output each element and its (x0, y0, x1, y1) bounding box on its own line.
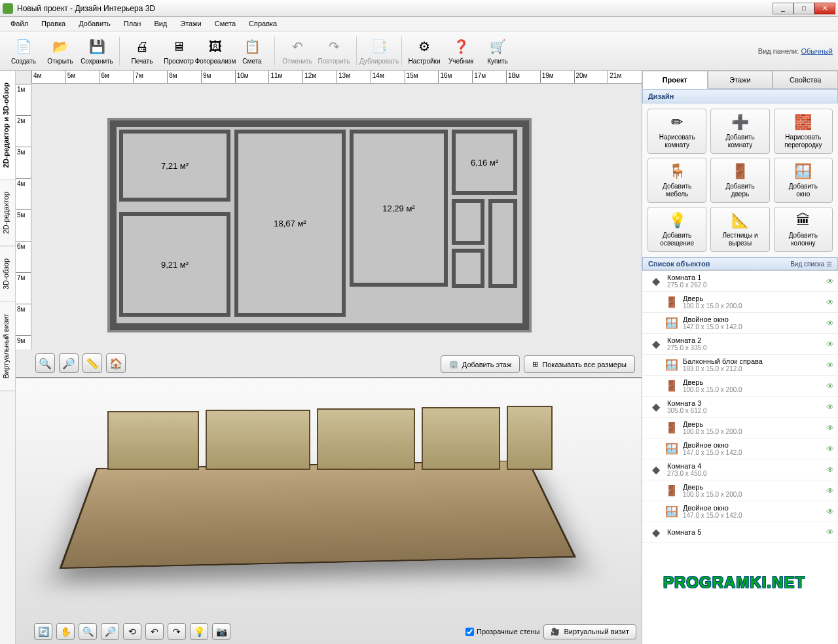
room-small-3[interactable] (488, 199, 517, 288)
visibility-eye-icon[interactable]: 👁 (826, 277, 834, 286)
floorplan[interactable]: 7,21 м² 18,67 м² 12,29 м² 6,16 м² 9,21 м… (110, 120, 529, 330)
reset-3d-button[interactable]: ⟲ (123, 623, 141, 640)
plan-canvas[interactable]: 7,21 м² 18,67 м² 12,29 м² 6,16 м² 9,21 м… (31, 84, 642, 349)
object-item[interactable]: ◆Комната 5👁 (642, 522, 838, 543)
show-all-dims-button[interactable]: ⊞Показывать все размеры (524, 355, 635, 373)
zoom-in-button[interactable]: 🔎 (59, 353, 79, 373)
visibility-eye-icon[interactable]: 👁 (826, 319, 834, 328)
menu-справка[interactable]: Справка (242, 17, 283, 31)
ruler-vertical: 1м2м3м4м5м6м7м8м9м (16, 84, 31, 349)
object-item[interactable]: 🪟Двойное окно147.0 x 15.0 x 142.0👁 (642, 438, 838, 459)
visibility-eye-icon[interactable]: 👁 (826, 298, 834, 307)
menu-файл[interactable]: Файл (4, 17, 35, 31)
visibility-eye-icon[interactable]: 👁 (826, 486, 834, 495)
visibility-eye-icon[interactable]: 👁 (826, 507, 834, 516)
room-5[interactable]: 9,21 м² (119, 212, 230, 317)
room-small-2[interactable] (452, 249, 484, 288)
add-floor-button[interactable]: 🏢Добавить этаж (441, 355, 520, 373)
object-item[interactable]: ◆Комната 3305.0 x 612.0👁 (642, 397, 838, 418)
panel-tab-проект[interactable]: Проект (642, 71, 708, 89)
design-btn[interactable]: 🪑Добавитьмебель (647, 158, 706, 203)
visibility-eye-icon[interactable]: 👁 (826, 361, 834, 370)
design-btn[interactable]: 🚪Добавитьдверь (710, 158, 769, 203)
toolbar-смета[interactable]: 📋Смета (234, 35, 270, 66)
menu-план[interactable]: План (117, 17, 148, 31)
view-tab[interactable]: Виртуальный визит (0, 302, 15, 391)
panel-tab-свойства[interactable]: Свойства (773, 71, 838, 89)
design-btn[interactable]: 🪟Добавитьокно (774, 158, 833, 203)
panel-mode-link[interactable]: Обычный (801, 47, 833, 55)
menu-смета[interactable]: Смета (208, 17, 242, 31)
toolbar-отменить[interactable]: ↶Отменить (279, 35, 316, 66)
rotate-right-button[interactable]: ↷ (168, 623, 186, 640)
toolbar-печать[interactable]: 🖨Печать (124, 35, 160, 66)
menu-добавить[interactable]: Добавить (72, 17, 117, 31)
design-btn[interactable]: 💡Добавитьосвещение (647, 207, 706, 252)
watermark: PROGRAMKI.NET (663, 573, 805, 592)
toolbar-создать[interactable]: 📄Создать (5, 35, 42, 66)
object-item[interactable]: ◆Комната 2275.0 x 335.0👁 (642, 334, 838, 355)
visibility-eye-icon[interactable]: 👁 (826, 465, 834, 474)
menu-этажи[interactable]: Этажи (173, 17, 208, 31)
view-tab[interactable]: 3D-обзор (0, 247, 15, 302)
snapshot-button[interactable]: 📷 (212, 623, 230, 640)
room-small-1[interactable] (452, 199, 484, 245)
object-item[interactable]: 🪟Балконный блок справа183.0 x 15.0 x 212… (642, 355, 838, 376)
plan-2d-view[interactable]: 4м5м6м7м8м9м10м11м12м13м14м15м16м17м18м1… (16, 71, 642, 378)
menu-правка[interactable]: Правка (35, 17, 72, 31)
zoom-in-3d-button[interactable]: 🔎 (101, 623, 119, 640)
pan-button[interactable]: ✋ (56, 623, 75, 640)
measure-button[interactable]: 📏 (82, 353, 102, 373)
menu-вид[interactable]: Вид (147, 17, 173, 31)
toolbar-просмотр[interactable]: 🖥Просмотр (160, 35, 197, 66)
room-2[interactable]: 18,67 м² (234, 130, 346, 317)
design-btn[interactable]: 🏛Добавитьколонну (774, 207, 833, 252)
toolbar-настройки[interactable]: ⚙Настройки (406, 35, 443, 66)
room-3[interactable]: 12,29 м² (350, 130, 448, 287)
visibility-eye-icon[interactable]: 👁 (826, 423, 834, 433)
home-button[interactable]: 🏠 (106, 353, 126, 373)
visibility-eye-icon[interactable]: 👁 (826, 402, 834, 412)
view-tab[interactable]: 2D-редактор и 3D-обзор (0, 71, 15, 180)
design-btn[interactable]: 🧱Нарисоватьперегородку (774, 109, 833, 154)
close-button[interactable]: ✕ (814, 3, 835, 14)
zoom-out-button[interactable]: 🔍 (35, 353, 55, 373)
object-item[interactable]: 🚪Дверь100.0 x 15.0 x 200.0👁 (642, 480, 838, 501)
design-btn[interactable]: 📐Лестницы ивырезы (710, 207, 769, 252)
visibility-eye-icon[interactable]: 👁 (826, 528, 834, 537)
toolbar-фотореализм[interactable]: 🖼Фотореализм (197, 35, 234, 66)
design-btn[interactable]: ➕Добавитькомнату (710, 109, 769, 154)
object-item[interactable]: ◆Комната 4273.0 x 450.0👁 (642, 459, 838, 480)
rotate-left-button[interactable]: ↶ (145, 623, 164, 640)
minimize-button[interactable]: _ (773, 3, 793, 14)
zoom-out-3d-button[interactable]: 🔍 (79, 623, 97, 640)
room-4[interactable]: 6,16 м² (452, 130, 517, 195)
toolbar-купить[interactable]: 🛒Купить (479, 35, 516, 66)
toolbar-учебник[interactable]: ❓Учебник (443, 35, 479, 66)
object-item[interactable]: 🚪Дверь100.0 x 15.0 x 200.0👁 (642, 418, 838, 438)
visibility-eye-icon[interactable]: 👁 (826, 444, 834, 454)
object-item[interactable]: 🪟Двойное окно147.0 x 15.0 x 142.0👁 (642, 501, 838, 522)
orbit-button[interactable]: 🔄 (34, 623, 52, 640)
object-item[interactable]: 🪟Двойное окно147.0 x 15.0 x 142.0👁 (642, 313, 838, 334)
room-1[interactable]: 7,21 м² (119, 130, 230, 202)
object-item[interactable]: 🚪Дверь100.0 x 15.0 x 200.0👁 (642, 376, 838, 397)
maximize-button[interactable]: □ (793, 3, 814, 14)
toolbar-дублировать[interactable]: 📑Дублировать (361, 35, 397, 66)
transparent-walls-checkbox[interactable]: Прозрачные стены (465, 628, 539, 636)
floor-3d-model[interactable] (55, 398, 579, 614)
visibility-eye-icon[interactable]: 👁 (826, 382, 834, 391)
panel-tab-этажи[interactable]: Этажи (708, 71, 773, 89)
design-btn[interactable]: ✏Нарисоватькомнату (647, 109, 706, 154)
toolbar-повторить[interactable]: ↷Повторить (316, 35, 352, 66)
virtual-visit-button[interactable]: 🎥Виртуальный визит (543, 624, 636, 639)
view-3d[interactable]: 🔄 ✋ 🔍 🔎 ⟲ ↶ ↷ 💡 📷 Прозрачные стены 🎥Вирт… (16, 378, 642, 644)
object-item[interactable]: 🚪Дверь100.0 x 15.0 x 200.0👁 (642, 292, 838, 313)
light-button[interactable]: 💡 (190, 623, 208, 640)
object-item[interactable]: ◆Комната 1275.0 x 262.0👁 (642, 271, 838, 292)
toolbar-открыть[interactable]: 📂Открыть (42, 35, 79, 66)
view-tab[interactable]: 2D-редактор (0, 180, 15, 246)
toolbar-сохранить[interactable]: 💾Сохранить (79, 35, 115, 66)
view-list-link[interactable]: Вид списка ☰ (790, 260, 832, 268)
visibility-eye-icon[interactable]: 👁 (826, 340, 834, 349)
